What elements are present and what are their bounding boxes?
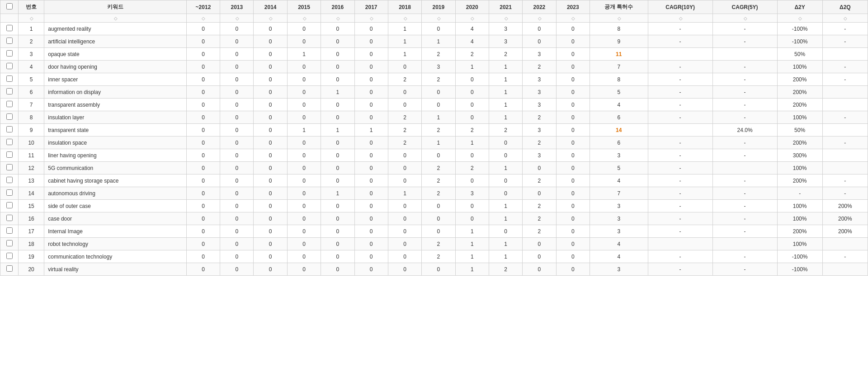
header-year2021[interactable]: 2021 (489, 0, 522, 14)
header-year2016[interactable]: 2016 (321, 0, 354, 14)
row-checkbox[interactable] (6, 126, 13, 132)
row-checkbox[interactable] (6, 177, 13, 183)
header-cagr5y[interactable]: CAGR(5Y) (712, 0, 777, 14)
row-checkbox[interactable] (6, 88, 13, 94)
row-checkbox[interactable] (6, 38, 13, 44)
row-checkbox-cell[interactable] (0, 73, 19, 86)
row-checkbox-cell[interactable] (0, 263, 19, 276)
sub-delta2q[interactable]: ◇ (822, 14, 868, 23)
row-checkbox-cell[interactable] (0, 86, 19, 99)
select-all-checkbox[interactable] (6, 3, 13, 9)
sub-cagr5y[interactable]: ◇ (712, 14, 777, 23)
header-checkbox[interactable] (0, 0, 19, 14)
header-keyword[interactable]: 키워드 (44, 0, 187, 14)
sub-2013[interactable]: ◇ (220, 14, 254, 23)
sort-2021-icon[interactable]: ◇ (505, 16, 508, 21)
sort-keyword-icon[interactable]: ◇ (114, 16, 118, 21)
sub-2012[interactable]: ◇ (186, 14, 220, 23)
sort-2015-icon[interactable]: ◇ (303, 16, 307, 21)
header-year2023[interactable]: 2023 (556, 0, 590, 14)
header-year2019[interactable]: 2019 (422, 0, 455, 14)
sort-2018-icon[interactable]: ◇ (404, 16, 407, 21)
row-checkbox-cell[interactable] (0, 212, 19, 225)
header-year2022[interactable]: 2022 (523, 0, 556, 14)
row-checkbox-cell[interactable] (0, 250, 19, 263)
sort-2020-icon[interactable]: ◇ (471, 16, 474, 21)
header-delta2q[interactable]: Δ2Q (822, 0, 868, 14)
sub-2015[interactable]: ◇ (287, 14, 321, 23)
row-checkbox[interactable] (6, 240, 13, 246)
row-checkbox[interactable] (6, 25, 13, 31)
sort-2016-icon[interactable]: ◇ (336, 16, 340, 21)
sort-2012-icon[interactable]: ◇ (202, 16, 205, 21)
header-year2013[interactable]: 2013 (220, 0, 254, 14)
sub-patent[interactable]: ◇ (590, 14, 648, 23)
sort-delta2y-icon[interactable]: ◇ (798, 16, 802, 21)
sub-num[interactable]: ◇ (19, 14, 44, 23)
sub-2016[interactable]: ◇ (321, 14, 354, 23)
row-checkbox-cell[interactable] (0, 48, 19, 61)
sub-2019[interactable]: ◇ (422, 14, 455, 23)
row-checkbox[interactable] (6, 151, 13, 158)
row-checkbox[interactable] (6, 101, 13, 107)
row-checkbox[interactable] (6, 113, 13, 120)
row-checkbox-cell[interactable] (0, 174, 19, 187)
sort-cagr10y-icon[interactable]: ◇ (679, 16, 683, 21)
sort-2013-icon[interactable]: ◇ (236, 16, 239, 21)
row-checkbox-cell[interactable] (0, 99, 19, 111)
row-checkbox-cell[interactable] (0, 225, 19, 238)
sub-2021[interactable]: ◇ (489, 14, 522, 23)
sort-cagr5y-icon[interactable]: ◇ (744, 16, 747, 21)
header-year2017[interactable]: 2017 (354, 0, 388, 14)
header-year2014[interactable]: 2014 (254, 0, 287, 14)
sort-patent-icon[interactable]: ◇ (618, 16, 621, 21)
sub-2018[interactable]: ◇ (388, 14, 421, 23)
header-year2020[interactable]: 2020 (455, 0, 489, 14)
sort-2019-icon[interactable]: ◇ (437, 16, 441, 21)
sort-2017-icon[interactable]: ◇ (370, 16, 373, 21)
sub-2017[interactable]: ◇ (354, 14, 388, 23)
row-y2022: 0 (523, 23, 556, 35)
row-checkbox[interactable] (6, 265, 13, 272)
header-cagr10y[interactable]: CAGR(10Y) (648, 0, 712, 14)
header-year2015[interactable]: 2015 (287, 0, 321, 14)
row-checkbox[interactable] (6, 50, 13, 57)
row-checkbox-cell[interactable] (0, 111, 19, 124)
row-checkbox-cell[interactable] (0, 187, 19, 200)
sub-delta2y[interactable]: ◇ (777, 14, 822, 23)
sub-cagr10y[interactable]: ◇ (648, 14, 712, 23)
row-checkbox-cell[interactable] (0, 23, 19, 35)
sort-2022-icon[interactable]: ◇ (538, 16, 542, 21)
row-checkbox-cell[interactable] (0, 35, 19, 48)
sort-2023-icon[interactable]: ◇ (571, 16, 575, 21)
sub-keyword[interactable]: ◇ (44, 14, 187, 23)
row-checkbox-cell[interactable] (0, 137, 19, 149)
sort-delta2q-icon[interactable]: ◇ (844, 16, 847, 21)
row-checkbox-cell[interactable] (0, 61, 19, 73)
row-checkbox-cell[interactable] (0, 238, 19, 250)
sub-2014[interactable]: ◇ (254, 14, 287, 23)
row-checkbox[interactable] (6, 253, 13, 259)
row-checkbox-cell[interactable] (0, 149, 19, 162)
row-checkbox[interactable] (6, 227, 13, 234)
sub-2022[interactable]: ◇ (523, 14, 556, 23)
row-checkbox[interactable] (6, 189, 13, 196)
row-checkbox-cell[interactable] (0, 124, 19, 137)
sub-2023[interactable]: ◇ (556, 14, 590, 23)
row-checkbox[interactable] (6, 164, 13, 170)
header-num[interactable]: 번호 (19, 0, 44, 14)
header-public-patent[interactable]: 공개 특허수 (590, 0, 648, 14)
sub-2020[interactable]: ◇ (455, 14, 489, 23)
row-checkbox[interactable] (6, 63, 13, 69)
header-year2018[interactable]: 2018 (388, 0, 421, 14)
row-checkbox-cell[interactable] (0, 200, 19, 212)
sort-num-icon[interactable]: ◇ (30, 16, 33, 21)
row-checkbox-cell[interactable] (0, 162, 19, 174)
header-year2012[interactable]: ~2012 (186, 0, 220, 14)
header-delta2y[interactable]: Δ2Y (777, 0, 822, 14)
row-checkbox[interactable] (6, 215, 13, 221)
row-checkbox[interactable] (6, 202, 13, 208)
row-checkbox[interactable] (6, 75, 13, 82)
sort-2014-icon[interactable]: ◇ (269, 16, 273, 21)
row-checkbox[interactable] (6, 139, 13, 145)
